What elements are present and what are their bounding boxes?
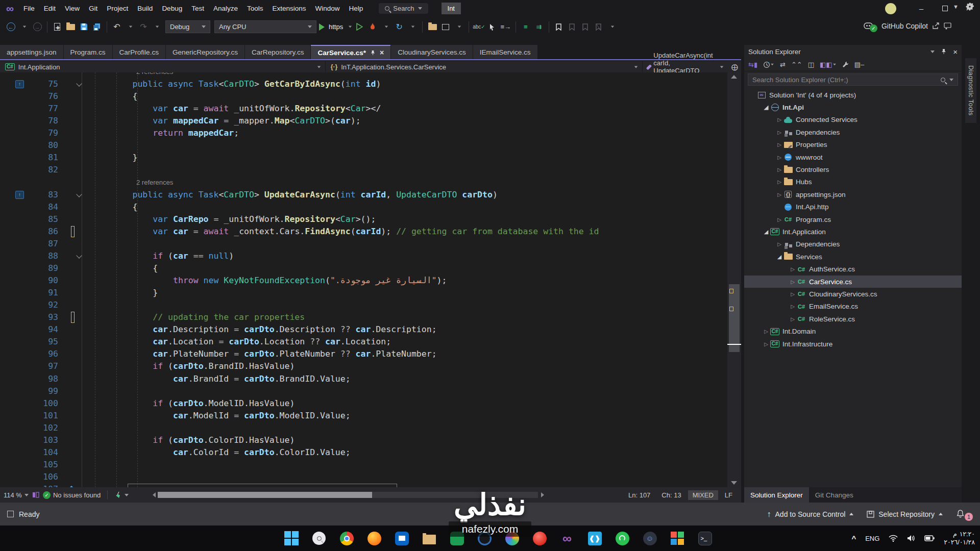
- menu-test[interactable]: Test: [187, 4, 209, 13]
- visual-studio-icon[interactable]: ∞: [559, 531, 575, 546]
- code-line-75[interactable]: 75↑ public async Task<CarDTO> GetCarById…: [0, 78, 727, 90]
- line-indicator[interactable]: Ln: 107: [624, 490, 655, 500]
- taskbar-search-icon[interactable]: [311, 531, 327, 546]
- save-icon[interactable]: [78, 20, 90, 34]
- diagnostic-tools-tab[interactable]: Diagnostic Tools: [965, 58, 976, 123]
- codelens-references[interactable]: 2 references: [0, 177, 727, 189]
- pin-icon[interactable]: [941, 48, 947, 55]
- code-line-102[interactable]: 102: [0, 422, 727, 434]
- restart-icon[interactable]: ↻: [393, 20, 405, 34]
- fold-chevron-icon[interactable]: [76, 81, 82, 86]
- code-line-91[interactable]: 91 }: [0, 287, 727, 299]
- dropdown-caret[interactable]: [18, 20, 30, 34]
- scroll-left-icon[interactable]: [153, 492, 156, 497]
- indent-right-icon[interactable]: ⇉: [533, 20, 545, 34]
- codelens-label[interactable]: 2 references: [136, 72, 173, 78]
- editor-vertical-scrollbar[interactable]: [727, 72, 741, 487]
- tree-item-cloudinaryservices-cs[interactable]: ▷C#CloudinaryServices.cs: [744, 288, 962, 300]
- code-line-95[interactable]: 95 car.Location = carDto.Location ?? car…: [0, 336, 727, 348]
- language-indicator[interactable]: ENG: [865, 535, 879, 542]
- chevron-collapsed-icon[interactable]: ▷: [776, 142, 783, 147]
- code-line-101[interactable]: 101 car.ModelId = carDto.ModelID.Value;: [0, 410, 727, 422]
- code-line-88[interactable]: 88 if (car == null): [0, 250, 727, 262]
- tree-item-dependencies[interactable]: ▷Dependencies: [744, 126, 962, 138]
- dropdown-caret[interactable]: [453, 20, 465, 34]
- chevron-collapsed-icon[interactable]: ▷: [776, 130, 783, 135]
- chevron-collapsed-icon[interactable]: ▷: [776, 192, 783, 197]
- code-line-87[interactable]: 87: [0, 238, 727, 250]
- select-repository-button[interactable]: Select Repository: [867, 510, 943, 518]
- chevron-collapsed-icon[interactable]: ▷: [776, 241, 783, 247]
- scroll-right-icon[interactable]: [541, 492, 544, 497]
- tree-item-services[interactable]: ◢Services: [744, 251, 962, 263]
- code-line-93[interactable]: 93 // updating the car properties: [0, 311, 727, 323]
- new-item-icon[interactable]: ✦: [51, 20, 63, 34]
- chevron-expanded-icon[interactable]: ◢: [763, 229, 770, 235]
- tree-item-int-application[interactable]: ◢C#Int.Application: [744, 226, 962, 238]
- window-layout-icon[interactable]: [439, 20, 452, 34]
- menu-git[interactable]: Git: [84, 4, 102, 13]
- solution-configuration-dropdown[interactable]: Debug: [165, 20, 210, 33]
- pin-icon[interactable]: [370, 50, 376, 56]
- code-line-106[interactable]: 106: [0, 471, 727, 483]
- code-cleanup-button[interactable]: [111, 491, 132, 499]
- code-line-97[interactable]: 97 if (carDto.BrandID.HasValue): [0, 360, 727, 372]
- chrome-icon[interactable]: [339, 531, 354, 546]
- chevron-collapsed-icon[interactable]: ▷: [789, 266, 796, 272]
- code-line-76[interactable]: 76 {: [0, 90, 727, 103]
- tree-item-int-api-http[interactable]: Int.Api.http: [744, 201, 962, 213]
- menu-help[interactable]: Help: [345, 4, 368, 13]
- code-line-79[interactable]: 79 return mappedCar;: [0, 127, 727, 139]
- menu-window[interactable]: Window: [311, 4, 345, 13]
- code-line-105[interactable]: 105: [0, 459, 727, 471]
- vscode-icon[interactable]: ❰❱: [587, 531, 602, 546]
- terminal-icon[interactable]: >_: [697, 531, 713, 546]
- tab-program-cs[interactable]: Program.cs: [64, 45, 112, 59]
- red-browser-icon[interactable]: [532, 531, 547, 546]
- close-panel-icon[interactable]: ×: [953, 47, 958, 56]
- preview-selected-icon[interactable]: ▤–: [854, 61, 865, 68]
- code-line-94[interactable]: 94 car.Description = carDto.Description …: [0, 323, 727, 336]
- editor-horizontal-scrollbar[interactable]: [158, 492, 538, 498]
- chevron-expanded-icon[interactable]: ◢: [763, 104, 770, 111]
- code-line-89[interactable]: 89 {: [0, 262, 727, 274]
- tree-item-properties[interactable]: ▷Properties: [744, 139, 962, 151]
- fold-chevron-icon[interactable]: [76, 191, 82, 197]
- chevron-collapsed-icon[interactable]: ▷: [789, 304, 796, 309]
- pending-changes-filter-icon[interactable]: [763, 61, 774, 68]
- open-folder-icon[interactable]: [64, 20, 77, 34]
- office-grid-icon[interactable]: [670, 531, 685, 546]
- format-document-icon[interactable]: ≡→: [500, 20, 512, 34]
- tree-item-hubs[interactable]: ▷Hubs: [744, 176, 962, 188]
- breadcrumb-member[interactable]: UpdateCarAsync(int carId, UpdateCarDTO c…: [642, 61, 741, 72]
- panel-tab-solution-explorer[interactable]: Solution Explorer: [744, 487, 809, 503]
- github-copilot-status[interactable]: ✓ GitHub Copilot: [864, 19, 951, 32]
- tab-list-dropdown-icon[interactable]: ▼: [953, 4, 959, 10]
- health-indicator[interactable]: ✓ No issues found: [39, 491, 104, 499]
- code-line-96[interactable]: 96 car.PlateNumber = carDto.PlateNumber …: [0, 348, 727, 360]
- chevron-collapsed-icon[interactable]: ▷: [776, 217, 783, 222]
- dark-app-icon[interactable]: [477, 531, 492, 546]
- code-line-86[interactable]: 86 var car = await _context.Cars.FindAsy…: [0, 226, 727, 238]
- tree-item-int-infrastructure[interactable]: ▷C#Int.Infrastructure: [744, 338, 962, 350]
- chevron-expanded-icon[interactable]: ◢: [776, 254, 783, 260]
- dropdown-caret[interactable]: [380, 20, 392, 34]
- menu-edit[interactable]: Edit: [39, 4, 60, 13]
- chevron-collapsed-icon[interactable]: ▷: [789, 291, 796, 297]
- tree-item-authservice-cs[interactable]: ▷C#AuthService.cs: [744, 263, 962, 275]
- menu-extensions[interactable]: Extensions: [267, 4, 310, 13]
- close-tab-icon[interactable]: ×: [380, 48, 384, 57]
- inheritance-glyph-icon[interactable]: ↑: [15, 191, 24, 199]
- code-line-104[interactable]: 104 car.ColorId = carDto.ColorID.Value;: [0, 446, 727, 459]
- zoom-dropdown[interactable]: 114 %: [0, 491, 32, 499]
- split-view-icon[interactable]: [32, 491, 39, 498]
- codelens-label[interactable]: 2 references: [136, 177, 173, 189]
- discord-icon[interactable]: ☺: [642, 531, 657, 546]
- solution-explorer-search[interactable]: Search Solution Explorer (Ctrl+;): [748, 73, 958, 86]
- menu-analyze[interactable]: Analyze: [209, 4, 242, 13]
- menu-build[interactable]: Build: [133, 4, 157, 13]
- fold-chevron-icon[interactable]: [76, 253, 82, 258]
- code-line-77[interactable]: 77 var car = await _unitOfWork.Repositor…: [0, 103, 727, 115]
- minimize-button[interactable]: –: [910, 0, 933, 17]
- scrollbar-thumb[interactable]: [729, 284, 740, 352]
